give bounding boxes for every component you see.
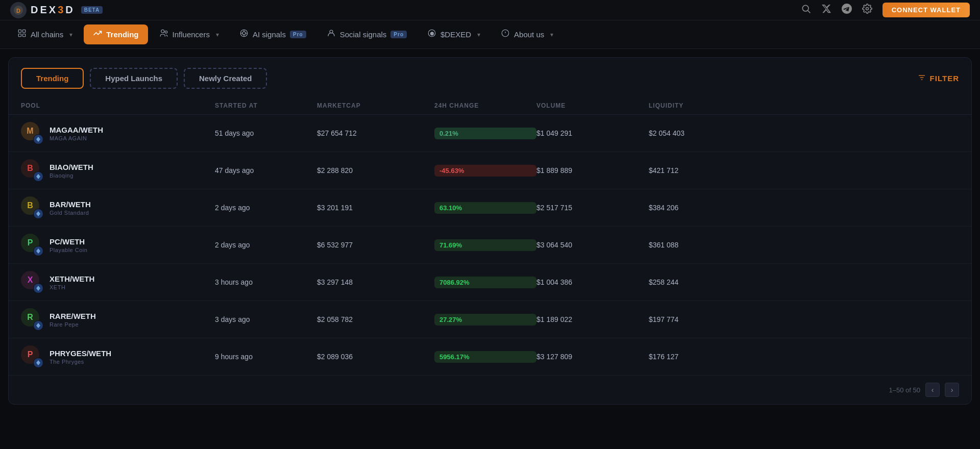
telegram-icon[interactable] xyxy=(842,4,852,16)
marketcap-cell: $3 297 148 xyxy=(317,278,434,286)
connect-wallet-button[interactable]: CONNECT WALLET xyxy=(883,3,970,17)
change-badge: 27.27% xyxy=(434,314,536,326)
main-content: Trending Hyped Launchs Newly Created FIL… xyxy=(8,57,972,405)
pool-avatar: M xyxy=(21,122,43,144)
change-badge: -45.63% xyxy=(434,165,536,177)
sidebar-item-ai-signals[interactable]: AI signals Pro xyxy=(230,24,315,44)
sidebar-item-influencers[interactable]: Influencers ▾ xyxy=(150,24,228,44)
started-at-cell: 3 days ago xyxy=(215,315,317,323)
svg-rect-7 xyxy=(18,34,21,37)
svg-rect-6 xyxy=(23,30,26,32)
avatar-eth-icon xyxy=(33,320,43,331)
pool-sub: The Phryges xyxy=(50,359,111,365)
about-us-icon xyxy=(501,29,510,40)
settings-icon[interactable] xyxy=(862,4,872,16)
header-pool: POOL xyxy=(21,102,215,109)
marketcap-cell: $2 288 820 xyxy=(317,166,434,174)
logo: D DEX3D BETA xyxy=(10,2,103,18)
navbar: All chains ▾ Trending Influencers ▾ AI s… xyxy=(0,20,980,49)
pool-avatar: B xyxy=(21,159,43,182)
table-row[interactable]: R RARE/WETH Rare Pepe 3 days ago $2 058 … xyxy=(9,301,971,338)
marketcap-cell: $3 201 191 xyxy=(317,204,434,212)
header-volume: VOLUME xyxy=(536,102,649,109)
avatar-eth-icon xyxy=(33,134,43,144)
pool-info: RARE/WETH Rare Pepe xyxy=(50,312,96,328)
filter-icon xyxy=(918,73,926,84)
svg-point-12 xyxy=(242,32,246,35)
avatar-eth-icon xyxy=(33,358,43,368)
social-signals-icon xyxy=(327,29,336,40)
table-row[interactable]: M MAGAA/WETH MAGA AGAIN 51 days ago $27 … xyxy=(9,115,971,152)
sidebar-item-all-chains[interactable]: All chains ▾ xyxy=(8,24,82,44)
sidebar-item-social-signals[interactable]: Social signals Pro xyxy=(317,24,416,44)
pool-cell: P PHRYGES/WETH The Phryges xyxy=(21,345,215,368)
social-signals-pro-badge: Pro xyxy=(390,31,407,38)
marketcap-cell: $2 058 782 xyxy=(317,315,434,323)
table-row[interactable]: P PHRYGES/WETH The Phryges 9 hours ago $… xyxy=(9,338,971,376)
table-row[interactable]: B BAR/WETH Gold Standard 2 days ago $3 2… xyxy=(9,189,971,227)
started-at-cell: 47 days ago xyxy=(215,166,317,174)
change-badge: 63.10% xyxy=(434,202,536,214)
sidebar-item-trending[interactable]: Trending xyxy=(84,24,148,44)
header-marketcap: MARKETCAP xyxy=(317,102,434,109)
pool-avatar: B xyxy=(21,196,43,219)
table-header: POOL STARTED AT MARKETCAP 24H CHANGE VOL… xyxy=(9,97,971,115)
ai-signals-icon xyxy=(239,29,249,40)
pool-name: MAGAA/WETH xyxy=(50,126,103,134)
avatar-eth-icon xyxy=(33,246,43,256)
pool-sub: Gold Standard xyxy=(50,210,91,216)
pool-avatar: P xyxy=(21,345,43,368)
about-us-label: About us xyxy=(514,30,544,39)
pagination-row: 1–50 of 50 ‹ › xyxy=(9,376,971,404)
table-row[interactable]: P PC/WETH Playable Coin 2 days ago $6 53… xyxy=(9,227,971,264)
topbar: D DEX3D BETA CONNECT WALLET xyxy=(0,0,980,20)
twitter-icon[interactable] xyxy=(821,4,831,16)
influencers-chevron-icon: ▾ xyxy=(216,31,219,38)
started-at-cell: 2 days ago xyxy=(215,241,317,249)
ai-signals-pro-badge: Pro xyxy=(290,31,306,38)
search-icon[interactable] xyxy=(801,4,811,16)
pool-sub: Rare Pepe xyxy=(50,321,96,328)
pool-cell: R RARE/WETH Rare Pepe xyxy=(21,308,215,331)
pool-name: BIAO/WETH xyxy=(50,163,93,171)
tab-newly-created[interactable]: Newly Created xyxy=(184,68,267,89)
svg-rect-8 xyxy=(23,34,26,37)
pool-avatar: P xyxy=(21,234,43,256)
pool-avatar: X xyxy=(21,271,43,293)
avatar-eth-icon xyxy=(33,171,43,182)
table-row[interactable]: X XETH/WETH XETH 3 hours ago $3 297 148 … xyxy=(9,264,971,301)
dexed-label: $DEXED xyxy=(440,30,471,39)
pool-info: BAR/WETH Gold Standard xyxy=(50,200,91,216)
filter-button[interactable]: FILTER xyxy=(918,73,959,84)
sidebar-item-about-us[interactable]: About us ▾ xyxy=(492,24,562,44)
pool-cell: B BAR/WETH Gold Standard xyxy=(21,196,215,219)
change-badge: 7086.92% xyxy=(434,277,536,288)
pool-sub: XETH xyxy=(50,284,94,290)
pool-info: BIAO/WETH Biaoqing xyxy=(50,163,93,179)
logo-text: DEX3D xyxy=(31,4,74,16)
influencers-icon xyxy=(159,29,168,40)
svg-marker-30 xyxy=(36,286,40,291)
tab-hyped-launchs[interactable]: Hyped Launchs xyxy=(90,68,178,89)
sidebar-item-dexed[interactable]: ◎ $DEXED ▾ xyxy=(418,24,489,44)
volume-cell: $1 889 889 xyxy=(536,166,649,174)
prev-page-button[interactable]: ‹ xyxy=(925,383,940,397)
liquidity-cell: $258 244 xyxy=(649,278,761,286)
pool-name: BAR/WETH xyxy=(50,200,91,209)
avatar-eth-icon xyxy=(33,283,43,293)
tab-trending[interactable]: Trending xyxy=(21,68,84,89)
svg-point-9 xyxy=(161,30,164,33)
all-chains-label: All chains xyxy=(31,30,63,39)
volume-cell: $3 064 540 xyxy=(536,241,649,249)
table-row[interactable]: B BIAO/WETH Biaoqing 47 days ago $2 288 … xyxy=(9,152,971,189)
volume-cell: $1 004 386 xyxy=(536,278,649,286)
filter-label: FILTER xyxy=(930,74,959,83)
header-24h-change: 24H CHANGE xyxy=(434,102,536,109)
svg-marker-29 xyxy=(36,248,40,254)
header-started-at: STARTED AT xyxy=(215,102,317,109)
next-page-button[interactable]: › xyxy=(945,383,959,397)
dexed-icon: ◎ xyxy=(427,29,436,40)
liquidity-cell: $421 712 xyxy=(649,166,761,174)
pool-sub: Biaoqing xyxy=(50,172,93,179)
topbar-icons: CONNECT WALLET xyxy=(801,3,970,17)
